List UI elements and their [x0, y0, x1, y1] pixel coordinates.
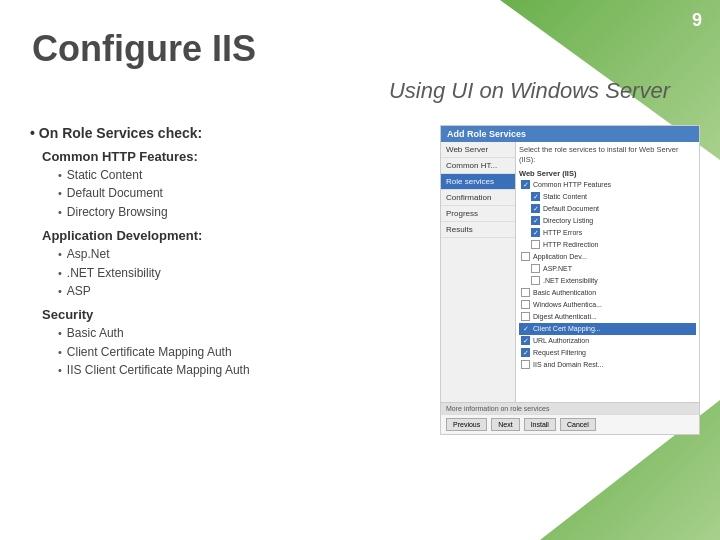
sidebar-role-services[interactable]: Role services — [441, 174, 515, 190]
list-item-default-doc[interactable]: ✓ Default Document — [519, 203, 696, 215]
panel-main: Select the role services to install for … — [516, 142, 699, 402]
checkbox-client-cert[interactable]: ✓ — [521, 324, 530, 333]
checkbox-static[interactable]: ✓ — [531, 192, 540, 201]
panel-footer: More information on role services — [441, 402, 699, 414]
panel-list: Web Server (IIS) ✓ Common HTTP Features … — [519, 169, 696, 371]
panel-sidebar: Web Server Common HT... Role services Co… — [441, 142, 516, 402]
section-app-dev: Application Development: — [42, 228, 420, 243]
list-item-app-dev[interactable]: Application Dev... — [519, 251, 696, 263]
checkbox-http-errors[interactable]: ✓ — [531, 228, 540, 237]
list-item-win-auth[interactable]: Windows Authentica... — [519, 299, 696, 311]
list-item-domain-restrict[interactable]: IIS and Domain Rest... — [519, 359, 696, 371]
checkbox-net-ext[interactable] — [531, 276, 540, 285]
checkbox-app-dev[interactable] — [521, 252, 530, 261]
panel-description: Select the role services to install for … — [519, 145, 696, 165]
cancel-button[interactable]: Cancel — [560, 418, 596, 431]
item-asp-net: Asp.Net — [58, 247, 420, 262]
checkbox-win-auth[interactable] — [521, 300, 530, 309]
list-item-aspnet[interactable]: ASP.NET — [519, 263, 696, 275]
list-item-net-ext[interactable]: .NET Extensibility — [519, 275, 696, 287]
checkbox-domain-restrict[interactable] — [521, 360, 530, 369]
section-security: Security — [42, 307, 420, 322]
item-iis-client-cert: IIS Client Certificate Mapping Auth — [58, 363, 420, 378]
section-common-http: Common HTTP Features: — [42, 149, 420, 164]
checkbox-dir-listing[interactable]: ✓ — [531, 216, 540, 225]
sidebar-progress[interactable]: Progress — [441, 206, 515, 222]
checkbox-default-doc[interactable]: ✓ — [531, 204, 540, 213]
page-title: Configure IIS — [32, 28, 256, 70]
checkbox-req-filter[interactable]: ✓ — [521, 348, 530, 357]
next-button[interactable]: Next — [491, 418, 519, 431]
panel-body: Web Server Common HT... Role services Co… — [441, 142, 699, 402]
sidebar-results[interactable]: Results — [441, 222, 515, 238]
list-item-dir-listing[interactable]: ✓ Directory Listing — [519, 215, 696, 227]
checkbox-digest-auth[interactable] — [521, 312, 530, 321]
sidebar-confirmation[interactable]: Confirmation — [441, 190, 515, 206]
checkbox-basic-auth[interactable] — [521, 288, 530, 297]
list-item-digest-auth[interactable]: Digest Authenticati... — [519, 311, 696, 323]
text-content: • On Role Services check: Common HTTP Fe… — [30, 125, 420, 520]
item-default-document: Default Document — [58, 186, 420, 201]
list-item-req-filter[interactable]: ✓ Request Filtering — [519, 347, 696, 359]
page-subtitle: Using UI on Windows Server — [389, 78, 670, 104]
panel-group-header: Web Server (IIS) — [519, 169, 696, 178]
item-net-extensibility: .NET Extensibility — [58, 266, 420, 281]
checkbox-aspnet[interactable] — [531, 264, 540, 273]
list-item-http-redirect[interactable]: HTTP Redirection — [519, 239, 696, 251]
list-item-http-errors[interactable]: ✓ HTTP Errors — [519, 227, 696, 239]
checkbox-common-http[interactable]: ✓ — [521, 180, 530, 189]
list-item-basic-auth[interactable]: Basic Authentication — [519, 287, 696, 299]
prev-button[interactable]: Previous — [446, 418, 487, 431]
item-basic-auth: Basic Auth — [58, 326, 420, 341]
screenshot-panel: Add Role Services Web Server Common HT..… — [440, 125, 700, 435]
checkbox-url-auth[interactable]: ✓ — [521, 336, 530, 345]
panel-header: Add Role Services — [441, 126, 699, 142]
list-item-static[interactable]: ✓ Static Content — [519, 191, 696, 203]
content-area: • On Role Services check: Common HTTP Fe… — [30, 125, 700, 520]
install-button[interactable]: Install — [524, 418, 556, 431]
checkbox-http-redirect[interactable] — [531, 240, 540, 249]
list-item-client-cert[interactable]: ✓ Client Cert Mapping... — [519, 323, 696, 335]
item-static-content: Static Content — [58, 168, 420, 183]
item-asp: ASP — [58, 284, 420, 299]
list-item-url-auth[interactable]: ✓ URL Authorization — [519, 335, 696, 347]
sidebar-common-ht[interactable]: Common HT... — [441, 158, 515, 174]
item-directory-browsing: Directory Browsing — [58, 205, 420, 220]
main-bullet: • On Role Services check: — [30, 125, 420, 141]
panel-buttons: Previous Next Install Cancel — [441, 414, 699, 434]
list-item-common-http[interactable]: ✓ Common HTTP Features — [519, 179, 696, 191]
item-client-cert: Client Certificate Mapping Auth — [58, 345, 420, 360]
sidebar-web-server[interactable]: Web Server — [441, 142, 515, 158]
slide-number: 9 — [692, 10, 702, 31]
